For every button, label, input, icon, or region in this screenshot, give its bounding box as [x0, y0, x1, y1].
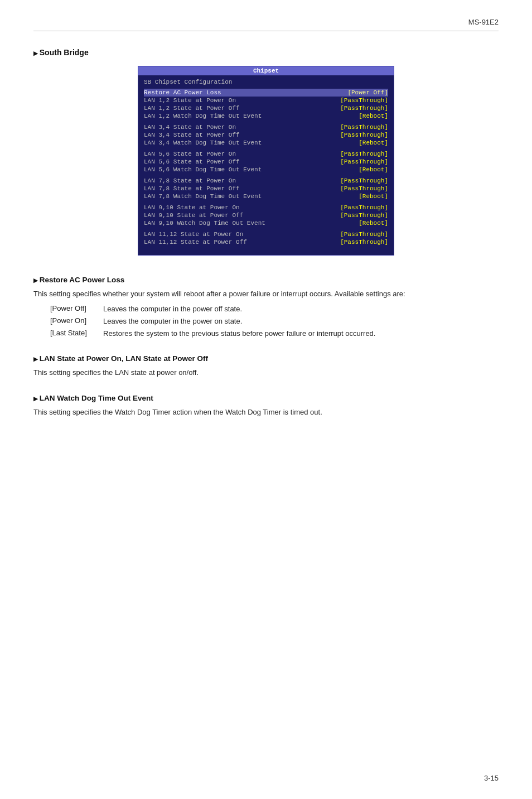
- restore-ac-settings: [Power Off] Leaves the computer in the p…: [50, 304, 499, 339]
- lan78-wd-label: LAN 7,8 Watch Dog Time Out Event: [144, 193, 359, 200]
- bios-title-bar: Chipset: [138, 66, 394, 75]
- lan56-wd-label: LAN 5,6 Watch Dog Time Out Event: [144, 166, 359, 173]
- bios-row-lan56-wd: LAN 5,6 Watch Dog Time Out Event [Reboot…: [144, 166, 388, 174]
- lan910-off-label: LAN 9,10 State at Power Off: [144, 212, 340, 219]
- bios-row-lan34-off: LAN 3,4 State at Power Off [PassThrough]: [144, 131, 388, 139]
- bios-row-lan56-on: LAN 5,6 State at Power On [PassThrough]: [144, 150, 388, 158]
- power-on-desc: Leaves the computer in the power on stat…: [103, 316, 242, 326]
- bios-row-lan1112-on: LAN 11,12 State at Power On [PassThrough…: [144, 230, 388, 238]
- lan34-on-label: LAN 3,4 State at Power On: [144, 124, 340, 131]
- bios-row-lan34-wd: LAN 3,4 Watch Dog Time Out Event [Reboot…: [144, 139, 388, 147]
- bios-group-lan56: LAN 5,6 State at Power On [PassThrough] …: [144, 150, 388, 174]
- power-on-key: [Power On]: [50, 316, 103, 326]
- lan-state-desc: This setting specifies the LAN state at …: [33, 367, 499, 378]
- lan78-off-value: [PassThrough]: [340, 185, 388, 192]
- lan34-off-value: [PassThrough]: [340, 132, 388, 138]
- bios-config-header: SB Chipset Configuration: [144, 79, 388, 85]
- setting-last-state: [Last State] Restores the system to the …: [50, 329, 499, 339]
- bios-group-lan1112: LAN 11,12 State at Power On [PassThrough…: [144, 230, 388, 246]
- bios-row-lan78-wd: LAN 7,8 Watch Dog Time Out Event [Reboot…: [144, 192, 388, 200]
- lan12-wd-value: [Reboot]: [359, 113, 388, 119]
- bios-row-lan12-wd: LAN 1,2 Watch Dog Time Out Event [Reboot…: [144, 112, 388, 120]
- bios-row-lan12-on: LAN 1,2 State at Power On [PassThrough]: [144, 97, 388, 104]
- page: MS-91E2 South Bridge Chipset SB Chipset …: [0, 0, 532, 799]
- lan34-off-label: LAN 3,4 State at Power Off: [144, 132, 340, 138]
- lan78-on-value: [PassThrough]: [340, 177, 388, 184]
- lan56-off-value: [PassThrough]: [340, 158, 388, 165]
- bios-group-lan910: LAN 9,10 State at Power On [PassThrough]…: [144, 204, 388, 227]
- bios-screen: Chipset SB Chipset Configuration Restore…: [138, 66, 394, 256]
- lan34-on-value: [PassThrough]: [340, 124, 388, 131]
- bios-row-restore: Restore AC Power Loss [Power Off]: [144, 89, 388, 97]
- bios-row-lan1112-off: LAN 11,12 State at Power Off [PassThroug…: [144, 238, 388, 246]
- lan910-wd-label: LAN 9,10 Watch Dog Time Out Event: [144, 220, 359, 227]
- bios-row-lan910-wd: LAN 9,10 Watch Dog Time Out Event [Reboo…: [144, 219, 388, 227]
- lan910-off-value: [PassThrough]: [340, 212, 388, 219]
- lan56-wd-value: [Reboot]: [359, 166, 388, 173]
- power-off-desc: Leaves the computer in the power off sta…: [103, 304, 242, 314]
- bios-row-lan12-off: LAN 1,2 State at Power Off [PassThrough]: [144, 104, 388, 112]
- south-bridge-section: South Bridge Chipset SB Chipset Configur…: [33, 48, 499, 256]
- lan-watchdog-desc: This setting specifies the Watch Dog Tim…: [33, 407, 499, 418]
- lan34-wd-value: [Reboot]: [359, 139, 388, 146]
- lan78-wd-value: [Reboot]: [359, 193, 388, 200]
- lan1112-off-label: LAN 11,12 State at Power Off: [144, 239, 340, 246]
- lan-state-title: LAN State at Power On, LAN State at Powe…: [33, 354, 499, 363]
- lan910-on-value: [PassThrough]: [340, 204, 388, 211]
- model-id: MS-91E2: [468, 18, 499, 26]
- bios-row-lan78-off: LAN 7,8 State at Power Off [PassThrough]: [144, 185, 388, 192]
- restore-ac-title: Restore AC Power Loss: [33, 276, 499, 284]
- bios-row-lan78-on: LAN 7,8 State at Power On [PassThrough]: [144, 177, 388, 185]
- last-state-desc: Restores the system to the previous stat…: [103, 329, 375, 339]
- lan-state-section: LAN State at Power On, LAN State at Powe…: [33, 354, 499, 378]
- lan1112-on-label: LAN 11,12 State at Power On: [144, 231, 340, 238]
- lan12-on-value: [PassThrough]: [340, 97, 388, 104]
- lan78-on-label: LAN 7,8 State at Power On: [144, 177, 340, 184]
- setting-power-on: [Power On] Leaves the computer in the po…: [50, 316, 499, 326]
- last-state-key: [Last State]: [50, 329, 103, 339]
- bios-group-lan78: LAN 7,8 State at Power On [PassThrough] …: [144, 177, 388, 200]
- bios-row-lan34-on: LAN 3,4 State at Power On [PassThrough]: [144, 123, 388, 131]
- lan-watchdog-title: LAN Watch Dog Time Out Event: [33, 394, 499, 402]
- lan12-on-label: LAN 1,2 State at Power On: [144, 97, 340, 104]
- lan56-on-value: [PassThrough]: [340, 151, 388, 157]
- lan-watchdog-section: LAN Watch Dog Time Out Event This settin…: [33, 394, 499, 418]
- restore-ac-section: Restore AC Power Loss This setting speci…: [33, 276, 499, 339]
- setting-power-off: [Power Off] Leaves the computer in the p…: [50, 304, 499, 314]
- south-bridge-title: South Bridge: [33, 48, 499, 57]
- lan910-on-label: LAN 9,10 State at Power On: [144, 204, 340, 211]
- power-off-key: [Power Off]: [50, 304, 103, 314]
- lan12-off-value: [PassThrough]: [340, 105, 388, 112]
- lan78-off-label: LAN 7,8 State at Power Off: [144, 185, 340, 192]
- bios-row-lan56-off: LAN 5,6 State at Power Off [PassThrough]: [144, 158, 388, 166]
- restore-ac-desc: This setting specifies whether your syst…: [33, 288, 499, 300]
- lan12-wd-label: LAN 1,2 Watch Dog Time Out Event: [144, 113, 359, 119]
- lan56-on-label: LAN 5,6 State at Power On: [144, 151, 340, 157]
- lan12-off-label: LAN 1,2 State at Power Off: [144, 105, 340, 112]
- header-bar: MS-91E2: [33, 11, 499, 31]
- bios-group-lan34: LAN 3,4 State at Power On [PassThrough] …: [144, 123, 388, 147]
- page-number: 3-15: [484, 774, 499, 782]
- bios-row-lan910-off: LAN 9,10 State at Power Off [PassThrough…: [144, 211, 388, 219]
- lan910-wd-value: [Reboot]: [359, 220, 388, 227]
- bios-restore-value: [Power Off]: [347, 89, 388, 96]
- lan1112-off-value: [PassThrough]: [340, 239, 388, 246]
- bios-body: SB Chipset Configuration Restore AC Powe…: [138, 75, 394, 255]
- bios-group-lan12: LAN 1,2 State at Power On [PassThrough] …: [144, 97, 388, 120]
- bios-row-lan910-on: LAN 9,10 State at Power On [PassThrough]: [144, 204, 388, 211]
- lan1112-on-value: [PassThrough]: [340, 231, 388, 238]
- lan34-wd-label: LAN 3,4 Watch Dog Time Out Event: [144, 139, 359, 146]
- lan56-off-label: LAN 5,6 State at Power Off: [144, 158, 340, 165]
- bios-restore-label: Restore AC Power Loss: [144, 89, 347, 96]
